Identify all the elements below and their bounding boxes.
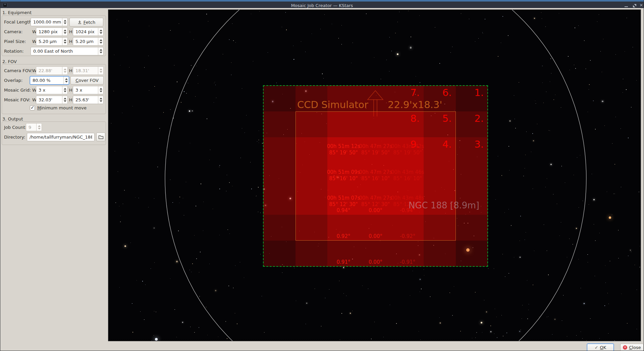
overlap-spin-buttons[interactable] [63, 77, 69, 84]
spin-down-icon[interactable] [64, 91, 66, 92]
tile-number: 1. [468, 87, 484, 98]
cover-fov-button[interactable]: Cover FOV [70, 76, 104, 85]
spin-down-icon[interactable] [100, 100, 102, 102]
mosaic-fov-height-spin-buttons[interactable] [98, 96, 103, 104]
spin-up-icon[interactable] [100, 39, 102, 41]
spin-down-icon [100, 71, 102, 73]
titlebar[interactable]: Mosaic Job Creator — KStars ✕ [0, 0, 644, 8]
mosaic-fov-width-spinbox[interactable] [36, 96, 68, 104]
tile-number: 5. [436, 113, 452, 124]
spin-down-icon[interactable] [100, 91, 102, 92]
fetch-download-icon [77, 20, 82, 24]
sky-map[interactable]: 1.00h 43m 42s85° 19' 50"-0.94°2.00h 43m … [108, 9, 641, 341]
rotation-label: Rotation: [4, 47, 24, 55]
mosaic-fov-width-spin-buttons[interactable] [62, 96, 67, 104]
tile-rotation-angle: 0.92° [328, 233, 359, 239]
directory-label: Directory: [4, 133, 25, 141]
camera-fov-height-spinbox [73, 66, 104, 75]
tile-rotation-angle: -0.92° [392, 233, 423, 239]
mosaic-grid-height-spin-buttons[interactable] [98, 86, 103, 94]
spin-up-icon[interactable] [64, 98, 66, 99]
pixel-width-spinbox[interactable] [36, 37, 68, 46]
tile-coordinates: 00h 51m 09s85° 16' 10" [317, 169, 370, 182]
spin-up-icon[interactable] [64, 39, 66, 41]
checkmark-icon: ✓ [31, 105, 35, 110]
spin-down-icon[interactable] [64, 32, 66, 34]
spin-down-icon[interactable] [65, 81, 68, 83]
spin-up-icon[interactable] [65, 78, 68, 80]
maximize-icon [633, 4, 636, 7]
ok-button[interactable]: ✓ OK [587, 344, 614, 351]
job-count-spin-buttons [36, 123, 42, 131]
camera-width-spinbox[interactable] [36, 28, 68, 36]
tile-ra: 00h 51m 07s [317, 195, 370, 201]
fetch-button[interactable]: Fetch [69, 18, 103, 27]
focal-length-spin-buttons[interactable] [62, 18, 67, 26]
tile-rotation-angle: 0.94° [328, 207, 359, 213]
spin-up-icon [38, 125, 41, 127]
directory-field[interactable] [27, 133, 95, 141]
camera-height-spinbox[interactable] [73, 28, 104, 36]
spin-up-icon[interactable] [100, 49, 102, 51]
spin-up-icon[interactable] [100, 88, 102, 90]
browse-directory-button[interactable] [96, 133, 105, 141]
minimize-button[interactable] [622, 2, 630, 9]
directory-input[interactable] [27, 133, 94, 141]
window-title: Mosaic Job Creator — KStars [0, 2, 644, 9]
spin-up-icon[interactable] [64, 88, 66, 90]
close-button-label: Close [629, 345, 641, 350]
spin-down-icon [38, 128, 41, 130]
mosaic-grid-width-spinbox[interactable] [36, 86, 68, 94]
mosaic-grid-width-spin-buttons[interactable] [62, 86, 67, 94]
ok-button-label: OK [600, 345, 606, 350]
focal-length-label: Focal Length: [4, 18, 33, 26]
spin-down-icon[interactable] [64, 22, 66, 24]
rotation-spinbox[interactable] [31, 47, 104, 55]
mosaic-labels: 1.00h 43m 42s85° 19' 50"-0.94°2.00h 43m … [108, 10, 641, 341]
spin-down-icon[interactable] [100, 42, 102, 44]
folder-icon [98, 135, 104, 139]
fov-size-label: 22.9'x18.3' [388, 99, 442, 110]
mosaic-grid-h-label: H [69, 86, 72, 94]
camera-h-label: H [69, 28, 72, 36]
spin-up-icon[interactable] [64, 20, 66, 21]
camera-fov-width-spinbox [36, 66, 68, 75]
tile-rotation-angle: 0.00° [361, 259, 391, 265]
mosaic-fov-h-label: H [69, 96, 72, 104]
camera-label: Camera: [4, 28, 22, 36]
spin-down-icon[interactable] [100, 52, 102, 53]
spin-down-icon[interactable] [64, 100, 66, 102]
spin-down-icon[interactable] [64, 42, 66, 44]
mosaic-grid-label: Mosaic Grid: [4, 86, 31, 94]
fetch-button-label: Fetch [84, 20, 95, 25]
pixel-width-spin-buttons[interactable] [62, 38, 67, 45]
spin-up-icon [100, 68, 102, 70]
pixel-height-spinbox[interactable] [73, 37, 104, 46]
section-title-output: 3. Output [2, 116, 23, 121]
spin-up-icon[interactable] [100, 30, 102, 31]
camera-width-spin-buttons[interactable] [62, 28, 67, 36]
mosaic-fov-height-spinbox[interactable] [73, 96, 104, 104]
tile-number: 3. [468, 139, 484, 150]
overlap-input[interactable] [30, 77, 69, 84]
rotation-input[interactable] [31, 47, 103, 55]
spin-up-icon [64, 68, 66, 70]
tile-ra: 00h 51m 12s [317, 143, 370, 150]
tile-number: 4. [436, 139, 452, 150]
minimum-mount-move-checkbox[interactable]: ✓ [30, 105, 35, 110]
target-object-label: NGC 188 [8.9m] [409, 200, 479, 210]
pixel-height-spin-buttons[interactable] [98, 38, 103, 45]
spin-up-icon[interactable] [64, 30, 66, 31]
minimum-mount-move-label[interactable]: Minimum mount move [37, 105, 87, 110]
rotation-spin-buttons[interactable] [98, 47, 103, 55]
close-button[interactable]: ✕ [637, 2, 644, 9]
spin-down-icon[interactable] [100, 32, 102, 34]
section-title-equipment: 1. Equipment [2, 10, 32, 15]
spin-up-icon[interactable] [100, 98, 102, 99]
overlap-spinbox[interactable] [30, 76, 69, 85]
focal-length-spinbox[interactable] [31, 18, 68, 26]
camera-height-spin-buttons[interactable] [98, 28, 103, 36]
close-dialog-button[interactable]: ✕ Close [620, 344, 644, 351]
job-count-spinbox [26, 123, 42, 131]
mosaic-grid-height-spinbox[interactable] [73, 86, 104, 94]
